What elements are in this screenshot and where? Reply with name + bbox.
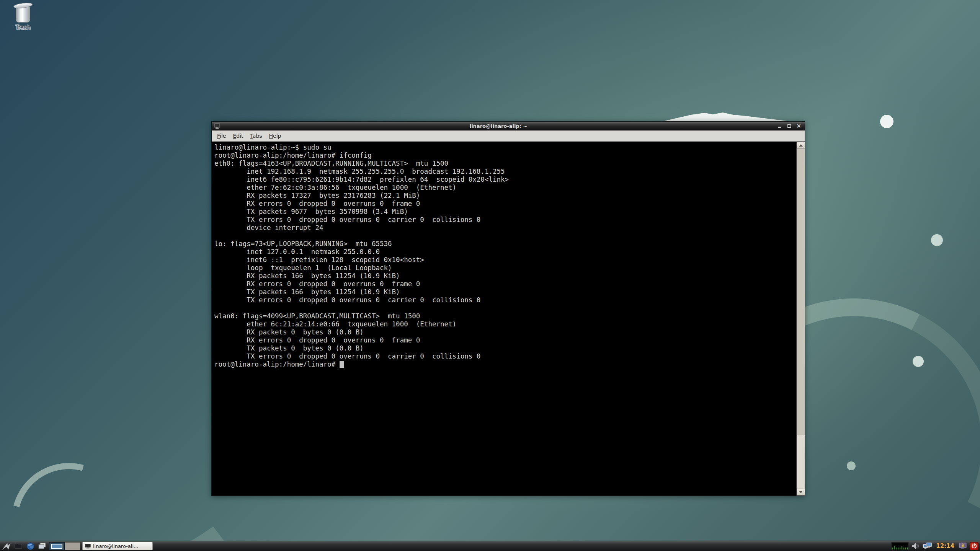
- trash-label: Trash: [9, 24, 37, 31]
- workspace-2[interactable]: [65, 542, 80, 550]
- terminal-output: linaro@linaro-alip:~$ sudo su root@linar…: [214, 143, 796, 360]
- cpu-graph-spike: [902, 546, 902, 549]
- globe-icon: [26, 542, 34, 550]
- minimize-button[interactable]: [777, 123, 782, 129]
- wallpaper-circle: [913, 356, 924, 367]
- trash-desktop-icon[interactable]: Trash: [9, 3, 37, 31]
- web-browser-button[interactable]: [25, 542, 35, 551]
- task-button-terminal[interactable]: linaro@linaro-ali...: [82, 542, 153, 550]
- workspace-1[interactable]: [49, 542, 65, 550]
- network-monitors-icon: [923, 542, 933, 550]
- scrollbar-track[interactable]: [796, 142, 805, 496]
- maximize-icon: [787, 124, 791, 128]
- trash-can-icon: [9, 3, 37, 23]
- terminal-prompt: root@linaro-alip:/home/linaro#: [214, 360, 340, 368]
- screensaver-lock-icon: [959, 542, 967, 550]
- terminal-screen[interactable]: linaro@linaro-alip:~$ sudo su root@linar…: [212, 142, 796, 496]
- close-button[interactable]: ×: [796, 123, 802, 129]
- cpu-graph-spike: [894, 546, 895, 549]
- menu-edit[interactable]: Edit: [229, 132, 247, 140]
- logout-power-button[interactable]: [970, 542, 978, 550]
- workspace-pager: [49, 542, 80, 550]
- scroll-up-button[interactable]: [797, 142, 805, 149]
- close-icon: ×: [796, 124, 801, 129]
- window-titlebar[interactable]: linaro@linaro-alip: ~ ×: [212, 122, 805, 130]
- wallpaper-swirl: [0, 442, 147, 551]
- scroll-down-button[interactable]: [797, 489, 805, 496]
- task-window-icon: [85, 544, 91, 549]
- volume-button[interactable]: [911, 542, 921, 551]
- window-title: linaro@linaro-alip: ~: [220, 123, 777, 129]
- cpu-usage-monitor[interactable]: [891, 542, 909, 550]
- scrollbar-thumb[interactable]: [797, 149, 805, 435]
- desktop: Trash linaro@linaro-alip: ~ × File Edit …: [0, 0, 980, 551]
- app-menu-button[interactable]: [2, 542, 11, 551]
- menu-file[interactable]: File: [214, 132, 229, 140]
- menu-arrow-icon: [2, 542, 11, 550]
- minimize-icon: [778, 127, 781, 128]
- terminal-prompt-line: root@linaro-alip:/home/linaro#: [214, 360, 796, 368]
- show-desktop-button[interactable]: [37, 542, 47, 551]
- terminal-window-icon: [214, 123, 220, 129]
- wallpaper-circle: [880, 115, 893, 128]
- network-status-icon[interactable]: [923, 542, 933, 551]
- workspace-1-window: [51, 544, 62, 549]
- menu-tabs[interactable]: Tabs: [247, 132, 266, 140]
- task-button-label: linaro@linaro-ali...: [93, 543, 138, 549]
- wallpaper-circle: [931, 234, 943, 246]
- menubar: File Edit Tabs Help: [212, 130, 805, 142]
- arrow-up-icon: [799, 144, 803, 147]
- terminal-window: linaro@linaro-alip: ~ × File Edit Tabs H…: [211, 121, 805, 496]
- power-icon: [972, 543, 977, 549]
- arrow-down-icon: [799, 491, 803, 493]
- wallpaper-circle: [847, 461, 856, 470]
- terminal-cursor: [340, 361, 344, 368]
- screen-lock-button[interactable]: [958, 542, 968, 551]
- menu-help[interactable]: Help: [266, 132, 285, 140]
- iconify-windows-icon: [38, 542, 47, 550]
- file-manager-icon: [14, 543, 23, 549]
- taskbar: linaro@linaro-ali...: [0, 541, 980, 551]
- speaker-icon: [911, 543, 920, 549]
- clock[interactable]: 12:14: [934, 543, 956, 549]
- file-manager-button[interactable]: [13, 542, 23, 551]
- maximize-button[interactable]: [786, 123, 792, 129]
